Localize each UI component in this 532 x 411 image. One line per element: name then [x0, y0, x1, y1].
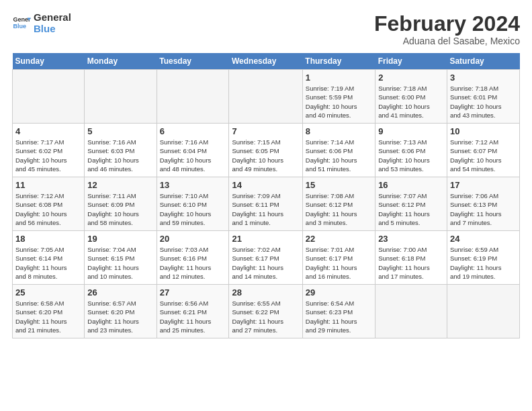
page: General Blue General Blue February 2024 … [0, 0, 532, 345]
col-sunday: Sunday [13, 53, 85, 70]
calendar-cell: 29Sunrise: 6:54 AM Sunset: 6:23 PM Dayli… [302, 285, 375, 338]
day-detail: Sunrise: 6:59 AM Sunset: 6:19 PM Dayligh… [450, 245, 517, 281]
calendar-cell: 25Sunrise: 6:58 AM Sunset: 6:20 PM Dayli… [13, 285, 85, 338]
day-detail: Sunrise: 6:56 AM Sunset: 6:21 PM Dayligh… [160, 299, 226, 334]
calendar-cell [157, 70, 229, 124]
day-detail: Sunrise: 7:09 AM Sunset: 6:11 PM Dayligh… [232, 191, 299, 227]
day-detail: Sunrise: 7:06 AM Sunset: 6:13 PM Dayligh… [450, 191, 517, 227]
day-detail: Sunrise: 7:16 AM Sunset: 6:03 PM Dayligh… [87, 138, 153, 173]
calendar-cell [229, 70, 302, 124]
week-row-2: 11Sunrise: 7:12 AM Sunset: 6:08 PM Dayli… [13, 177, 520, 231]
day-number: 19 [87, 234, 153, 244]
logo-icon: General Blue [12, 14, 31, 33]
day-detail: Sunrise: 7:03 AM Sunset: 6:16 PM Dayligh… [160, 245, 226, 281]
day-number: 26 [87, 287, 153, 298]
calendar-cell: 14Sunrise: 7:09 AM Sunset: 6:11 PM Dayli… [229, 177, 302, 231]
day-number: 20 [160, 234, 226, 244]
day-detail: Sunrise: 7:11 AM Sunset: 6:09 PM Dayligh… [87, 191, 153, 227]
calendar-cell: 5Sunrise: 7:16 AM Sunset: 6:03 PM Daylig… [85, 124, 157, 177]
day-number: 7 [232, 126, 299, 136]
day-detail: Sunrise: 7:13 AM Sunset: 6:06 PM Dayligh… [378, 138, 444, 173]
day-detail: Sunrise: 7:04 AM Sunset: 6:15 PM Dayligh… [87, 245, 153, 281]
week-row-4: 25Sunrise: 6:58 AM Sunset: 6:20 PM Dayli… [13, 285, 520, 338]
calendar-cell [375, 285, 447, 338]
week-row-0: 1Sunrise: 7:19 AM Sunset: 5:59 PM Daylig… [13, 70, 520, 124]
calendar-cell: 11Sunrise: 7:12 AM Sunset: 6:08 PM Dayli… [13, 177, 85, 231]
day-number: 25 [15, 287, 81, 298]
col-wednesday: Wednesday [229, 53, 302, 70]
calendar-cell: 2Sunrise: 7:18 AM Sunset: 6:00 PM Daylig… [375, 70, 447, 124]
day-number: 8 [306, 126, 372, 136]
calendar-cell: 3Sunrise: 7:18 AM Sunset: 6:01 PM Daylig… [447, 70, 519, 124]
header-row: Sunday Monday Tuesday Wednesday Thursday… [13, 53, 520, 70]
day-number: 15 [306, 180, 372, 190]
day-number: 3 [450, 73, 517, 83]
day-detail: Sunrise: 7:19 AM Sunset: 5:59 PM Dayligh… [306, 84, 372, 120]
day-detail: Sunrise: 7:05 AM Sunset: 6:14 PM Dayligh… [15, 245, 81, 281]
day-number: 9 [378, 126, 444, 136]
calendar-cell: 4Sunrise: 7:17 AM Sunset: 6:02 PM Daylig… [13, 124, 85, 177]
day-number: 1 [306, 73, 372, 83]
day-number: 2 [378, 73, 444, 83]
calendar-cell: 12Sunrise: 7:11 AM Sunset: 6:09 PM Dayli… [85, 177, 157, 231]
day-number: 21 [232, 234, 299, 244]
day-detail: Sunrise: 7:17 AM Sunset: 6:02 PM Dayligh… [15, 138, 81, 173]
calendar-cell: 6Sunrise: 7:16 AM Sunset: 6:04 PM Daylig… [157, 124, 229, 177]
calendar-cell: 18Sunrise: 7:05 AM Sunset: 6:14 PM Dayli… [13, 231, 85, 285]
subtitle: Aduana del Sasabe, Mexico [374, 36, 520, 46]
day-detail: Sunrise: 7:08 AM Sunset: 6:12 PM Dayligh… [306, 191, 372, 227]
title-area: February 2024 Aduana del Sasabe, Mexico [374, 12, 520, 46]
calendar-cell: 26Sunrise: 6:57 AM Sunset: 6:20 PM Dayli… [85, 285, 157, 338]
day-detail: Sunrise: 7:12 AM Sunset: 6:07 PM Dayligh… [450, 138, 517, 173]
calendar-cell: 1Sunrise: 7:19 AM Sunset: 5:59 PM Daylig… [302, 70, 375, 124]
day-detail: Sunrise: 7:01 AM Sunset: 6:17 PM Dayligh… [306, 245, 372, 281]
calendar-cell: 24Sunrise: 6:59 AM Sunset: 6:19 PM Dayli… [447, 231, 519, 285]
day-detail: Sunrise: 6:54 AM Sunset: 6:23 PM Dayligh… [306, 299, 372, 334]
day-detail: Sunrise: 7:12 AM Sunset: 6:08 PM Dayligh… [15, 191, 81, 227]
day-number: 4 [15, 126, 81, 136]
day-detail: Sunrise: 7:02 AM Sunset: 6:17 PM Dayligh… [232, 245, 299, 281]
day-detail: Sunrise: 6:58 AM Sunset: 6:20 PM Dayligh… [15, 299, 81, 334]
calendar-cell: 23Sunrise: 7:00 AM Sunset: 6:18 PM Dayli… [375, 231, 447, 285]
col-monday: Monday [85, 53, 157, 70]
svg-text:General: General [13, 16, 31, 23]
calendar-cell: 27Sunrise: 6:56 AM Sunset: 6:21 PM Dayli… [157, 285, 229, 338]
day-number: 18 [15, 234, 81, 244]
day-detail: Sunrise: 6:57 AM Sunset: 6:20 PM Dayligh… [87, 299, 153, 334]
day-number: 14 [232, 180, 299, 190]
day-number: 5 [87, 126, 153, 136]
calendar-cell: 17Sunrise: 7:06 AM Sunset: 6:13 PM Dayli… [447, 177, 519, 231]
calendar-cell: 28Sunrise: 6:55 AM Sunset: 6:22 PM Dayli… [229, 285, 302, 338]
calendar-cell: 7Sunrise: 7:15 AM Sunset: 6:05 PM Daylig… [229, 124, 302, 177]
calendar-cell [447, 285, 519, 338]
day-number: 24 [450, 234, 517, 244]
day-detail: Sunrise: 7:16 AM Sunset: 6:04 PM Dayligh… [160, 138, 226, 173]
main-title: February 2024 [374, 12, 520, 36]
col-friday: Friday [375, 53, 447, 70]
day-number: 16 [378, 180, 444, 190]
logo: General Blue General Blue [12, 12, 71, 34]
day-number: 22 [306, 234, 372, 244]
calendar-cell: 19Sunrise: 7:04 AM Sunset: 6:15 PM Dayli… [85, 231, 157, 285]
day-detail: Sunrise: 7:18 AM Sunset: 6:01 PM Dayligh… [450, 84, 517, 120]
logo-line1: General [34, 12, 71, 24]
col-tuesday: Tuesday [157, 53, 229, 70]
day-number: 11 [15, 180, 81, 190]
calendar-table: Sunday Monday Tuesday Wednesday Thursday… [12, 53, 520, 338]
week-row-3: 18Sunrise: 7:05 AM Sunset: 6:14 PM Dayli… [13, 231, 520, 285]
day-number: 13 [160, 180, 226, 190]
day-number: 28 [232, 287, 299, 298]
calendar-cell: 22Sunrise: 7:01 AM Sunset: 6:17 PM Dayli… [302, 231, 375, 285]
col-saturday: Saturday [447, 53, 519, 70]
calendar-cell: 10Sunrise: 7:12 AM Sunset: 6:07 PM Dayli… [447, 124, 519, 177]
day-number: 27 [160, 287, 226, 298]
calendar-cell: 16Sunrise: 7:07 AM Sunset: 6:12 PM Dayli… [375, 177, 447, 231]
day-number: 10 [450, 126, 517, 136]
week-row-1: 4Sunrise: 7:17 AM Sunset: 6:02 PM Daylig… [13, 124, 520, 177]
logo-line2: Blue [34, 24, 71, 35]
col-thursday: Thursday [302, 53, 375, 70]
day-number: 29 [306, 287, 372, 298]
calendar-cell: 21Sunrise: 7:02 AM Sunset: 6:17 PM Dayli… [229, 231, 302, 285]
calendar-cell: 20Sunrise: 7:03 AM Sunset: 6:16 PM Dayli… [157, 231, 229, 285]
calendar-cell [85, 70, 157, 124]
